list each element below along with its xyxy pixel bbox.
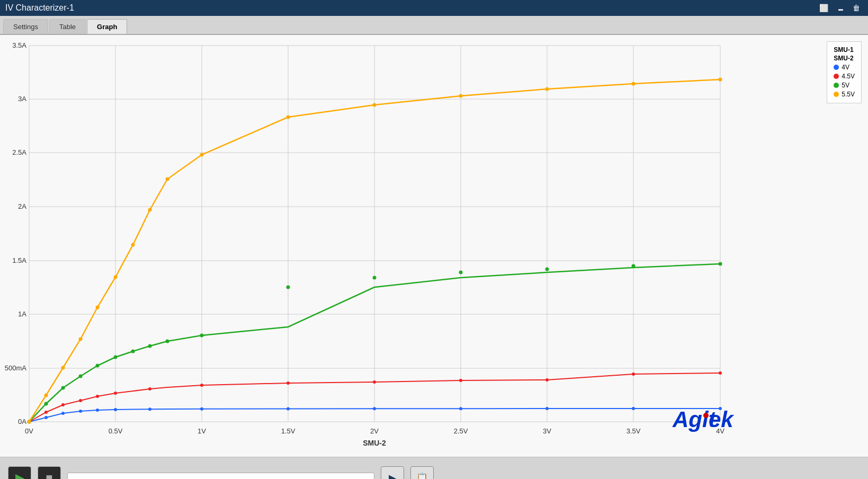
svg-point-71	[148, 344, 152, 348]
svg-text:0A: 0A	[18, 418, 26, 425]
svg-text:ek: ek	[709, 407, 735, 432]
legend-item-4.5v: 4.5V	[834, 73, 855, 80]
clipboard-button[interactable]: 📋	[410, 466, 434, 480]
progress-bar	[67, 473, 374, 480]
brand-logo: Agit●ek	[803, 477, 857, 479]
title-bar: IV Characterizer-1 ⬜ 🗕 🗑	[0, 0, 868, 16]
stop-icon: ■	[46, 471, 52, 480]
svg-text:SMU-2: SMU-2	[363, 439, 386, 447]
svg-point-42	[148, 407, 151, 411]
svg-point-76	[459, 271, 463, 274]
svg-point-92	[459, 94, 463, 98]
svg-point-52	[61, 403, 65, 406]
svg-point-75	[373, 276, 377, 280]
legend-label-5.5v: 5.5V	[842, 91, 855, 98]
svg-point-48	[632, 407, 635, 410]
svg-text:3A: 3A	[18, 95, 26, 103]
svg-point-93	[545, 87, 549, 91]
legend-section-smu2: SMU-2	[834, 55, 855, 62]
svg-point-38	[61, 412, 65, 415]
minimize-button[interactable]: 🗕	[834, 3, 847, 13]
svg-point-97	[703, 413, 709, 418]
svg-text:1.5A: 1.5A	[12, 256, 26, 264]
brand-dot: ●	[832, 477, 841, 479]
svg-text:3.5A: 3.5A	[12, 41, 26, 49]
svg-point-94	[632, 82, 636, 86]
stop-button[interactable]: ■	[38, 466, 61, 480]
legend-item-4v: 4V	[834, 64, 855, 71]
chart-area: 3.5A 3A 2.5A 2A 1.5A 1A 500mA 0A 0V 0.5V…	[0, 35, 868, 457]
legend-label-4v: 4V	[842, 64, 849, 71]
svg-text:2V: 2V	[370, 427, 379, 435]
svg-point-44	[287, 407, 290, 411]
svg-point-43	[200, 407, 203, 411]
svg-text:1V: 1V	[198, 427, 206, 435]
title-bar-controls: ⬜ 🗕 🗑	[817, 3, 863, 13]
legend-dot-5.5v	[834, 92, 839, 97]
svg-point-40	[96, 409, 99, 412]
svg-point-65	[44, 402, 48, 406]
svg-point-61	[545, 378, 549, 382]
export-button[interactable]: ⬜	[817, 3, 831, 13]
svg-point-59	[373, 380, 376, 384]
legend: SMU-1 SMU-2 4V 4.5V 5V 5.5V	[827, 41, 862, 103]
svg-point-47	[545, 407, 549, 410]
svg-text:2.5V: 2.5V	[454, 427, 468, 435]
svg-point-60	[459, 379, 462, 382]
svg-point-55	[114, 392, 117, 395]
svg-point-74	[287, 286, 290, 289]
svg-point-85	[114, 276, 118, 279]
svg-point-88	[166, 178, 169, 181]
svg-point-77	[545, 268, 549, 271]
svg-point-54	[96, 395, 99, 398]
svg-point-84	[96, 306, 100, 309]
svg-point-62	[632, 372, 635, 376]
svg-point-80	[28, 420, 31, 424]
play-right-icon: ▶	[389, 472, 396, 480]
svg-point-95	[719, 78, 722, 82]
svg-point-46	[459, 407, 462, 410]
svg-point-51	[44, 411, 48, 414]
svg-point-41	[114, 408, 117, 411]
chart-svg: 3.5A 3A 2.5A 2A 1.5A 1A 500mA 0A 0V 0.5V…	[0, 35, 868, 457]
svg-point-57	[200, 384, 203, 387]
svg-point-87	[148, 208, 152, 212]
play-icon: ▶	[15, 471, 24, 480]
svg-point-83	[79, 338, 83, 341]
play-button[interactable]: ▶	[8, 466, 31, 480]
tab-graph[interactable]: Graph	[87, 19, 127, 34]
svg-point-82	[61, 366, 65, 370]
svg-point-68	[96, 364, 100, 368]
svg-point-91	[373, 103, 377, 107]
legend-dot-4.5v	[834, 74, 839, 79]
tab-bar: Settings Table Graph	[0, 16, 868, 35]
svg-point-66	[61, 386, 65, 390]
svg-point-69	[114, 356, 118, 359]
svg-text:0V: 0V	[25, 427, 33, 435]
clipboard-icon: 📋	[416, 472, 428, 480]
svg-point-53	[79, 399, 82, 402]
tab-table[interactable]: Table	[49, 19, 86, 34]
legend-item-5v: 5V	[834, 82, 855, 89]
svg-text:2A: 2A	[18, 202, 26, 210]
svg-point-81	[44, 394, 48, 397]
svg-text:0.5V: 0.5V	[109, 427, 123, 435]
svg-point-79	[719, 262, 722, 266]
close-button[interactable]: 🗑	[850, 3, 863, 13]
svg-text:500mA: 500mA	[5, 364, 27, 372]
app-title: IV Characterizer-1	[5, 3, 74, 13]
tab-settings[interactable]: Settings	[3, 19, 48, 34]
svg-point-37	[44, 416, 48, 419]
svg-point-73	[200, 334, 204, 338]
svg-point-72	[166, 340, 169, 343]
legend-dot-4v	[834, 65, 839, 70]
legend-dot-5v	[834, 83, 839, 88]
svg-text:1A: 1A	[18, 310, 26, 318]
svg-point-90	[287, 116, 290, 119]
legend-section-smu1: SMU-1	[834, 46, 855, 54]
play-right-button[interactable]: ▶	[381, 466, 404, 480]
legend-label-5v: 5V	[842, 82, 849, 89]
svg-point-39	[79, 410, 82, 413]
svg-text:2.5A: 2.5A	[12, 148, 26, 156]
svg-point-63	[719, 371, 722, 375]
